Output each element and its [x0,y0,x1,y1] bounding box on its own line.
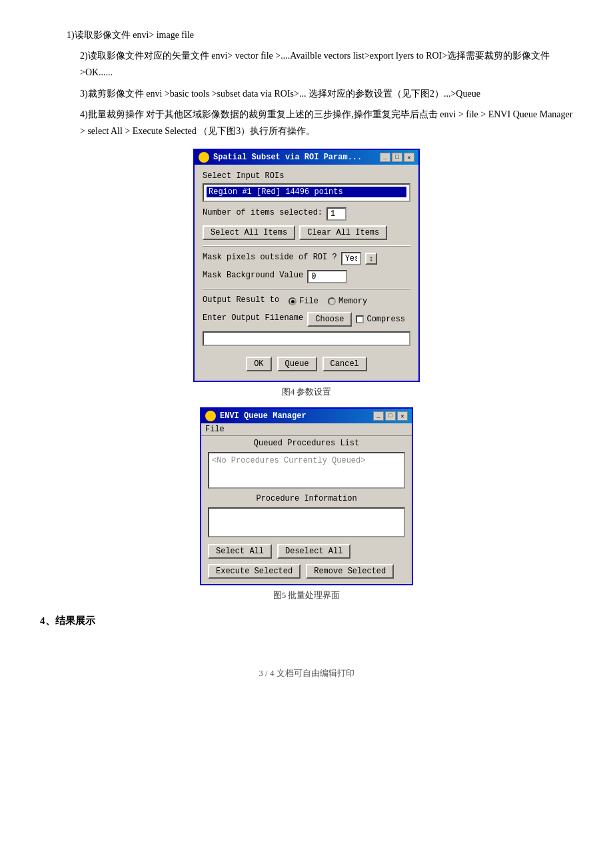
radio-memory-label: Memory [338,297,367,306]
dialog1-body: Select Input ROIs Region #1 [Red] 14496 … [195,165,418,381]
output-filename-row: Enter Output Filename Choose Compress [203,312,410,327]
remove-selected-btn[interactable]: Remove Selected [306,564,394,579]
separator2 [203,289,410,290]
mask-bg-row: Mask Background Value [203,270,410,283]
caption1: 图4 参数设置 [282,386,332,398]
output-path-area[interactable] [203,331,410,346]
queued-section-header: Queued Procedures List [201,436,412,449]
select-clear-row: Select All Items Clear All Items [203,225,410,240]
num-selected-row: Number of items selected: [203,207,410,221]
label-num-selected: Number of items selected: [203,208,322,217]
step1-text: 1)读取影像文件 envi> image file [40,27,573,43]
radio-memory-item[interactable]: Memory [328,297,367,306]
dialog1-minimize-btn[interactable]: _ [380,153,390,162]
dialog1-title-text: Spatial Subset via ROI Param... [213,153,362,162]
dialog1-close-btn[interactable]: ✕ [404,153,414,162]
section4-heading: 4、结果展示 [40,615,573,627]
dialog2-title-buttons[interactable]: _ □ ✕ [373,411,408,421]
label-mask-roi: Mask pixels outside of ROI ? [203,253,337,262]
dialog2-title-text: ENVI Queue Manager [220,411,306,421]
dialog1-title-left: Spatial Subset via ROI Param... [199,152,362,163]
spatial-subset-dialog: Spatial Subset via ROI Param... _ □ ✕ Se… [193,149,420,382]
procedure-section-header: Procedure Information [201,491,412,505]
execute-selected-btn[interactable]: Execute Selected [208,564,301,579]
compress-label: Compress [366,315,405,324]
queue-btn[interactable]: Queue [277,357,317,371]
output-radio-group: Output Result to File Memory [203,295,410,307]
step2-text: 2)读取影像文件对应的矢量文件 envi> vector file >....A… [40,47,573,81]
label-output-result: Output Result to [203,295,279,305]
mask-roi-row: Mask pixels outside of ROI ? ↕ [203,252,410,265]
ok-btn[interactable]: OK [246,357,271,371]
label-output-filename: Enter Output Filename [203,313,303,323]
dialog2-titlebar: ENVI Queue Manager _ □ ✕ [201,409,412,423]
queue-select-all-btn[interactable]: Select All [208,544,272,559]
dialog1-title-buttons[interactable]: _ □ ✕ [380,153,414,162]
radio-memory-btn[interactable] [328,297,336,305]
dialog2-restore-btn[interactable]: □ [385,411,396,421]
queue-menubar[interactable]: File [201,423,412,436]
queued-listbox[interactable]: <No Procedures Currently Queued> [208,452,405,489]
dialog2-close-btn[interactable]: ✕ [397,411,408,421]
menu-file[interactable]: File [205,425,225,434]
figure4-area: Spatial Subset via ROI Param... _ □ ✕ Se… [40,149,573,398]
label-mask-bg: Mask Background Value [203,271,303,280]
figure5-area: ENVI Queue Manager _ □ ✕ File Queued Pro… [40,407,573,601]
dialog2-icon [205,411,216,421]
step4-text: 4)批量裁剪操作 对于其他区域影像数据的裁剪重复上述的三步操作,操作重复完毕后点… [40,106,573,139]
execute-remove-row: Execute Selected Remove Selected [201,561,412,584]
radio-file-item[interactable]: File [289,297,318,306]
select-deselect-row: Select All Deselect All [201,540,412,561]
choose-btn[interactable]: Choose [307,312,352,327]
dialog2-title-left: ENVI Queue Manager [205,411,306,421]
dialog1-icon [199,152,209,163]
roi-listbox[interactable]: Region #1 [Red] 14496 points [203,183,410,202]
page-footer: 3 / 4 文档可自由编辑打印 [40,667,573,679]
mask-yes-input[interactable] [341,252,361,265]
queue-empty-text: <No Procedures Currently Queued> [212,456,365,465]
label-select-input: Select Input ROIs [203,171,410,181]
compress-checkbox[interactable] [356,315,364,323]
mask-arrows[interactable]: ↕ [365,253,378,265]
dialog1-footer: OK Queue Cancel [203,351,410,374]
dialog1-restore-btn[interactable]: □ [392,153,402,162]
radio-file-label: File [299,297,318,306]
roi-selected-item[interactable]: Region #1 [Red] 14496 points [207,187,406,197]
caption2: 图5 批量处理界面 [273,589,340,601]
mask-bg-input[interactable] [307,270,347,283]
clear-all-items-btn[interactable]: Clear All Items [299,225,387,240]
num-selected-input[interactable] [326,207,346,221]
dialog2-minimize-btn[interactable]: _ [373,411,384,421]
step3-text: 3)裁剪影像文件 envi >basic tools >subset data … [40,85,573,102]
queue-deselect-all-btn[interactable]: Deselect All [277,544,350,559]
procedure-info-box [208,507,405,537]
select-all-items-btn[interactable]: Select All Items [203,225,295,240]
compress-item[interactable]: Compress [356,315,405,324]
cancel-btn[interactable]: Cancel [322,357,367,371]
separator1 [203,245,410,247]
radio-file-btn[interactable] [289,297,297,305]
queue-manager-dialog: ENVI Queue Manager _ □ ✕ File Queued Pro… [200,407,413,585]
dialog1-titlebar: Spatial Subset via ROI Param... _ □ ✕ [195,150,418,165]
